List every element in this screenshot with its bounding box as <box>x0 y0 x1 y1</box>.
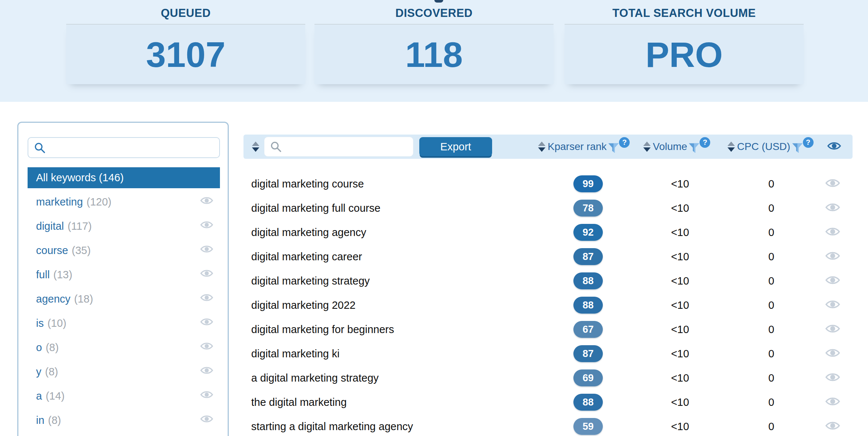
sidebar-keyword-item[interactable]: a (14) <box>18 384 228 408</box>
table-row: a digital marketing strategy 69 <10 0 <box>243 366 853 390</box>
visibility-toggle[interactable] <box>825 226 841 239</box>
export-button[interactable]: Export <box>419 137 492 156</box>
keyword-link[interactable]: in <box>36 414 45 426</box>
eye-icon <box>825 274 841 286</box>
help-icon[interactable]: ? <box>619 137 630 148</box>
cpc-cell: 0 <box>742 372 801 384</box>
keyword-sidebar: All keywords (146) marketing (120) digit… <box>17 122 229 436</box>
eye-icon <box>200 196 214 206</box>
filter-funnel-icon[interactable] <box>688 142 700 155</box>
filter-funnel-icon[interactable] <box>608 142 619 155</box>
column-label[interactable]: CPC (USD) <box>737 141 790 153</box>
keyword-link[interactable]: agency <box>36 293 71 305</box>
table-row: digital marketing course 99 <10 0 <box>243 172 853 196</box>
visibility-toggle[interactable] <box>825 274 841 287</box>
stat-total-search-volume: TOTAL SEARCH VOLUME PRO <box>565 0 804 20</box>
visibility-toggle[interactable] <box>825 250 841 263</box>
cpc-cell: 0 <box>742 324 801 336</box>
keyword-cell[interactable]: starting a digital marketing agency <box>251 421 413 433</box>
eye-icon <box>200 317 214 327</box>
visibility-toggle[interactable] <box>200 341 214 354</box>
rank-badge: 88 <box>573 394 603 411</box>
sidebar-keyword-item[interactable]: marketing (120) <box>18 190 228 214</box>
volume-cell: <10 <box>651 275 709 287</box>
rank-badge: 88 <box>573 297 603 314</box>
eye-icon <box>825 323 841 335</box>
sort-keywords-control[interactable] <box>252 142 260 152</box>
visibility-toggle[interactable] <box>200 268 214 281</box>
sidebar-item-all-keywords[interactable]: All keywords (146) <box>28 167 220 188</box>
volume-cell: <10 <box>651 396 709 408</box>
visibility-toggle[interactable] <box>825 420 841 433</box>
visibility-toggle[interactable] <box>200 293 214 305</box>
sidebar-keyword-item[interactable]: course (35) <box>18 238 228 262</box>
keyword-cell[interactable]: digital marketing career <box>251 251 362 263</box>
sort-control[interactable] <box>643 142 651 152</box>
keyword-link[interactable]: course <box>36 244 68 257</box>
keyword-cell[interactable]: digital marketing strategy <box>251 275 370 287</box>
eye-icon <box>200 293 214 303</box>
visibility-toggle[interactable] <box>200 414 214 427</box>
visibility-toggle[interactable] <box>200 220 214 233</box>
sidebar-keyword-item[interactable]: is (10) <box>18 311 228 335</box>
toggle-all-visibility[interactable] <box>827 140 842 153</box>
visibility-toggle[interactable] <box>825 299 841 312</box>
visibility-toggle[interactable] <box>825 201 841 215</box>
keyword-cell[interactable]: the digital marketing <box>251 396 347 408</box>
keyword-count: (35) <box>72 244 91 257</box>
table-search-input[interactable] <box>264 137 413 156</box>
visibility-toggle[interactable] <box>825 371 841 385</box>
sort-control[interactable] <box>727 142 735 152</box>
keyword-link[interactable]: a <box>36 390 42 402</box>
cpc-cell: 0 <box>742 421 801 433</box>
sidebar-keyword-item[interactable]: o (8) <box>18 335 228 360</box>
visibility-toggle[interactable] <box>825 396 841 409</box>
sidebar-keyword-item[interactable]: digital (117) <box>18 214 228 238</box>
keyword-link[interactable]: marketing <box>36 196 83 208</box>
sort-asc-icon <box>643 142 651 146</box>
column-header-volume: Volume ? <box>643 135 710 159</box>
column-label[interactable]: Kparser rank <box>548 141 606 153</box>
keyword-link[interactable]: digital <box>36 220 64 232</box>
help-icon[interactable]: ? <box>803 137 814 148</box>
keyword-link[interactable]: o <box>36 342 42 354</box>
rank-badge: 67 <box>573 321 603 338</box>
keyword-link[interactable]: y <box>36 366 42 378</box>
sort-control[interactable] <box>538 142 546 152</box>
eye-icon <box>827 140 842 151</box>
visibility-toggle[interactable] <box>200 365 214 378</box>
column-label[interactable]: Volume <box>653 141 687 153</box>
stat-value: 118 <box>405 37 463 72</box>
filter-funnel-icon[interactable] <box>791 142 803 155</box>
table-search-box[interactable] <box>264 137 413 157</box>
sidebar-keyword-item[interactable]: full (13) <box>18 262 228 287</box>
cropped-element-artifact <box>434 0 443 3</box>
rank-badge: 78 <box>573 200 603 217</box>
rank-badge: 92 <box>573 224 603 241</box>
keyword-link[interactable]: is <box>36 317 44 329</box>
visibility-toggle[interactable] <box>825 177 841 190</box>
visibility-toggle[interactable] <box>200 196 214 208</box>
visibility-toggle[interactable] <box>200 244 214 257</box>
sidebar-search-input[interactable] <box>28 138 219 157</box>
visibility-toggle[interactable] <box>200 317 214 330</box>
cpc-cell: 0 <box>742 348 801 360</box>
sidebar-keyword-item[interactable]: y (8) <box>18 360 228 384</box>
keyword-cell[interactable]: digital marketing full course <box>251 202 380 214</box>
volume-cell: <10 <box>651 372 709 384</box>
keyword-link[interactable]: full <box>36 269 50 281</box>
sidebar-keyword-item[interactable]: in (8) <box>18 408 228 432</box>
visibility-toggle[interactable] <box>825 347 841 360</box>
keyword-cell[interactable]: a digital marketing strategy <box>251 372 379 384</box>
visibility-toggle[interactable] <box>200 390 214 403</box>
keyword-cell[interactable]: digital marketing course <box>251 178 364 190</box>
keyword-cell[interactable]: digital marketing agency <box>251 226 366 239</box>
visibility-toggle[interactable] <box>825 323 841 336</box>
keyword-cell[interactable]: digital marketing for beginners <box>251 324 394 336</box>
help-icon[interactable]: ? <box>700 137 710 148</box>
volume-cell: <10 <box>651 226 709 239</box>
sidebar-keyword-item[interactable]: agency (18) <box>18 287 228 311</box>
sidebar-search-box[interactable] <box>28 137 220 158</box>
keyword-cell[interactable]: digital marketing 2022 <box>251 299 356 311</box>
keyword-cell[interactable]: digital marketing ki <box>251 348 339 360</box>
